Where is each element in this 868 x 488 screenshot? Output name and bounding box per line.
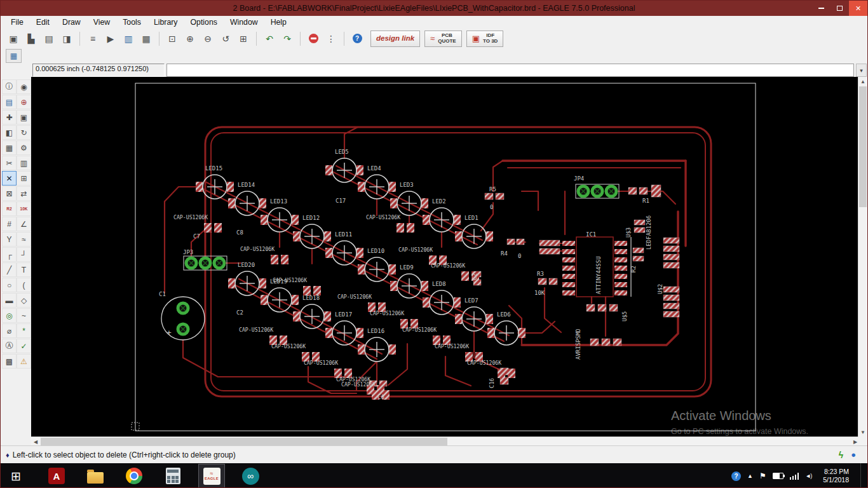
tray-expand-icon[interactable]: ▲ xyxy=(747,473,753,479)
ratsnest-icon[interactable]: * xyxy=(17,323,31,338)
cut-icon[interactable]: ✂ xyxy=(2,156,17,170)
zoom-out-icon[interactable]: ⊖ xyxy=(200,30,216,47)
split-icon[interactable]: Y xyxy=(2,232,17,247)
optimize-icon[interactable]: ≈ xyxy=(17,232,31,247)
silk-label[interactable]: 0 xyxy=(518,253,521,259)
mirror-icon[interactable]: ◧ xyxy=(2,125,17,140)
smd-pad[interactable] xyxy=(663,246,679,252)
capacitor[interactable]: CAP-US1206K xyxy=(435,343,483,362)
copy-icon[interactable]: ▣ xyxy=(17,110,31,125)
hole-icon[interactable]: ⌀ xyxy=(2,323,17,338)
design-link-button[interactable]: design link xyxy=(370,30,420,47)
smd-pad[interactable] xyxy=(663,295,679,301)
smd-pad[interactable] xyxy=(639,187,648,194)
smd-pad[interactable] xyxy=(517,239,524,245)
layer-settings-icon[interactable]: ▥ xyxy=(120,30,137,47)
calculator-icon[interactable] xyxy=(159,464,186,488)
chrome-icon[interactable] xyxy=(121,464,147,488)
horizontal-scroll-thumb[interactable] xyxy=(41,438,447,445)
lock-icon[interactable]: ⊠ xyxy=(2,186,17,201)
arc-icon[interactable]: ( xyxy=(17,278,31,292)
smd-pad[interactable] xyxy=(590,339,599,346)
silk-label[interactable]: JP3 xyxy=(183,249,193,255)
menu-view[interactable]: View xyxy=(87,17,116,28)
silk-label[interactable]: C2 xyxy=(471,273,478,280)
display-layers-icon[interactable]: ▤ xyxy=(2,95,17,109)
scroll-up-icon[interactable]: ▲ xyxy=(858,77,867,86)
taskbar-clock[interactable]: 8:23 PM 5/1/2018 xyxy=(818,468,854,484)
pcb-canvas[interactable]: CAP-US1206KCAP-US1206KCAP-US1206KCAP-US1… xyxy=(31,77,860,437)
copper-trace[interactable] xyxy=(183,340,344,377)
connector-jp3[interactable] xyxy=(184,256,227,270)
help-icon[interactable]: ? xyxy=(349,30,365,47)
silk-label[interactable]: C7 xyxy=(193,233,200,240)
menu-file[interactable]: File xyxy=(4,17,30,28)
run-script-icon[interactable]: ▶ xyxy=(102,30,119,47)
vertical-scrollbar[interactable]: ▲ ▼ xyxy=(858,77,867,437)
capacitor[interactable]: CAP-US1206K xyxy=(173,214,222,233)
scroll-down-icon[interactable]: ▼ xyxy=(858,428,867,437)
smd-pad[interactable] xyxy=(663,238,679,243)
capacitor[interactable]: CAP-US1206K xyxy=(402,327,451,345)
add-icon[interactable]: ⊞ xyxy=(17,171,31,186)
smd-pad[interactable] xyxy=(587,304,595,311)
smd-pad[interactable] xyxy=(485,193,493,200)
smd-pad[interactable] xyxy=(539,240,560,246)
silk-label[interactable]: R1 xyxy=(642,198,649,204)
delete-icon[interactable]: ✕ xyxy=(2,171,17,186)
paste-icon[interactable]: ▥ xyxy=(17,156,31,170)
capacitor[interactable]: CAP-US1206K xyxy=(271,343,320,362)
scroll-left-icon[interactable]: ◀ xyxy=(31,437,40,446)
zoom-select-icon[interactable]: ⊞ xyxy=(235,30,252,47)
start-button[interactable]: ⊞ xyxy=(1,463,31,488)
silk-label[interactable]: C2 xyxy=(236,309,243,316)
smd-pad[interactable] xyxy=(507,239,515,245)
smd-pad[interactable] xyxy=(500,377,508,384)
silk-label[interactable]: IC1 xyxy=(586,231,596,238)
group-icon[interactable]: ▦ xyxy=(2,140,17,155)
silk-label[interactable]: + xyxy=(166,328,172,337)
volume-icon[interactable]: ◄) xyxy=(805,473,811,479)
circle-icon[interactable]: ○ xyxy=(2,278,17,292)
silk-label[interactable]: U$2 xyxy=(657,284,663,294)
silk-label[interactable]: JP4 xyxy=(574,175,584,182)
silk-label[interactable]: AVRISPSMD xyxy=(575,329,581,360)
menu-options[interactable]: Options xyxy=(184,17,223,28)
idf-to-3d-button[interactable]: ▣IDF TO 3D xyxy=(466,30,504,47)
capacitor[interactable]: CAP-US1206K xyxy=(337,294,386,312)
menu-window[interactable]: Window xyxy=(224,17,264,28)
status-lightning-icon[interactable]: ϟ xyxy=(839,450,843,460)
undo-icon[interactable]: ↶ xyxy=(261,30,278,47)
signal-icon[interactable]: ~ xyxy=(17,308,31,323)
close-button[interactable]: ✕ xyxy=(849,1,867,16)
help-icon[interactable]: ? xyxy=(731,471,741,481)
polygon-icon[interactable]: ◇ xyxy=(17,293,31,308)
menu-draw[interactable]: Draw xyxy=(56,17,87,28)
smd-pad[interactable] xyxy=(663,287,679,292)
smd-pad[interactable] xyxy=(549,278,557,285)
acrobat-icon[interactable]: A xyxy=(43,464,70,488)
command-input[interactable] xyxy=(166,64,854,77)
maximize-button[interactable] xyxy=(831,1,849,16)
erc-icon[interactable]: ✓ xyxy=(17,339,31,353)
show-desktop-button[interactable] xyxy=(860,463,865,488)
move-icon[interactable]: ✚ xyxy=(2,110,17,125)
smd-pad[interactable] xyxy=(633,256,644,261)
via-icon[interactable]: ◎ xyxy=(2,308,17,323)
pcb-drawing[interactable]: CAP-US1206KCAP-US1206KCAP-US1206KCAP-US1… xyxy=(31,77,860,437)
smd-pad[interactable] xyxy=(538,278,546,285)
capacitor[interactable]: CAP-US1206K xyxy=(304,360,352,378)
pinswap-icon[interactable]: ⇄ xyxy=(17,186,31,201)
drc-icon[interactable]: ▩ xyxy=(2,354,17,369)
capacitor[interactable]: CAP-US1206K xyxy=(370,310,418,329)
capacitor[interactable]: CAP-US1206K xyxy=(467,360,515,378)
minimize-button[interactable] xyxy=(812,1,831,16)
stop-icon[interactable] xyxy=(305,30,322,47)
silk-label[interactable]: U$5 xyxy=(621,311,628,322)
value-icon[interactable]: 10K xyxy=(17,201,31,216)
horizontal-scrollbar[interactable]: ◀ ▶ xyxy=(31,437,860,446)
flag-icon[interactable]: ⚑ xyxy=(759,471,766,480)
smd-pad[interactable] xyxy=(628,187,637,194)
info-icon[interactable]: ⓘ xyxy=(2,79,17,94)
silk-label[interactable]: C1 xyxy=(159,291,166,297)
